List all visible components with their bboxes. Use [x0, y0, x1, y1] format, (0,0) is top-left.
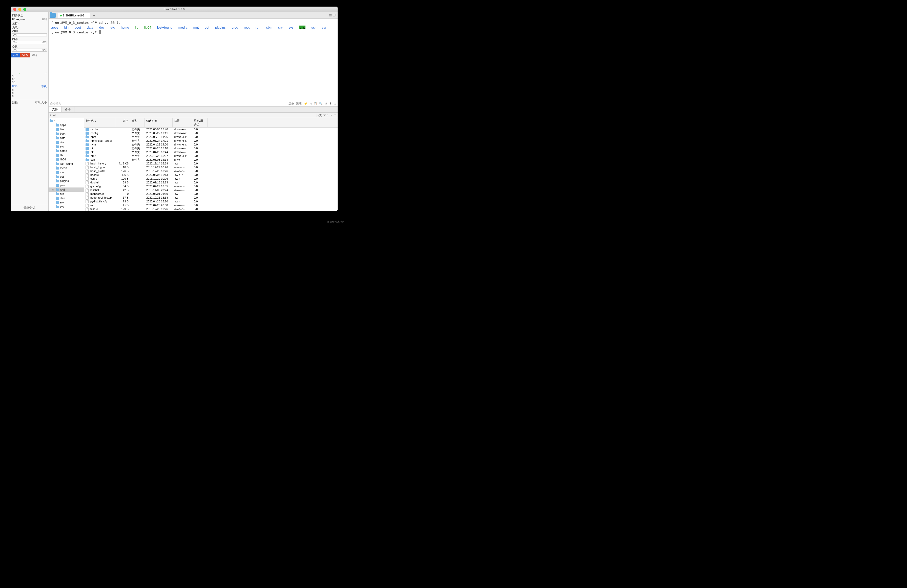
tree-item[interactable]: proc	[49, 183, 84, 187]
avail-header: 可用/大小	[35, 101, 47, 104]
folder-icon[interactable]	[50, 13, 56, 18]
tree-item[interactable]: boot	[49, 131, 84, 136]
file-row[interactable]: .nvm 文件夹 2020/04/29 14:00 drwxr-xr-x 0/0	[84, 143, 338, 146]
search-icon[interactable]: 🔍	[319, 102, 323, 105]
file-list[interactable]: 文件名 大小 类型 修改时间 权限 用户/用户组 .cache 文件夹 2020…	[84, 118, 338, 211]
file-row[interactable]: .npm 文件夹 2020/09/15 11:06 drwxr-xr-x 0/0	[84, 135, 338, 139]
file-row[interactable]: .bash_profile 176 B 2013/12/29 10:26 -rw…	[84, 169, 338, 173]
file-icon	[85, 181, 88, 184]
maximize-pane-icon[interactable]: ▢	[333, 102, 336, 105]
folder-icon	[56, 193, 59, 195]
tree-item[interactable]: lost+found	[49, 162, 84, 166]
current-path[interactable]: /root	[50, 114, 56, 117]
tree-item[interactable]: ⊞root	[49, 187, 84, 192]
file-icon	[85, 173, 88, 177]
command-tab[interactable]: 命令	[61, 107, 74, 112]
folder-icon	[85, 159, 89, 161]
file-row[interactable]: .gitconfig 54 B 2020/04/29 13:35 -rw-r--…	[84, 184, 338, 188]
col-size[interactable]: 大小	[116, 118, 130, 127]
tab-memory[interactable]: 内存	[11, 53, 20, 58]
tree-item[interactable]: sys	[49, 205, 84, 209]
tree-item[interactable]: run	[49, 192, 84, 196]
file-row[interactable]: .mongorc.js 0 2020/05/01 21:30 -rw------…	[84, 192, 338, 196]
gear-icon[interactable]: ⚙	[325, 102, 327, 105]
watermark: @掘金技术社区	[327, 220, 345, 224]
tree-item[interactable]: sbin	[49, 196, 84, 200]
session-tab[interactable]: 1 SHERlocked93 ×	[58, 13, 90, 18]
tab-command[interactable]: 命令	[30, 53, 40, 58]
up-icon[interactable]: ↑	[327, 113, 329, 117]
maximize-icon[interactable]	[23, 8, 26, 11]
window-title: FinalShell 3.7.6	[164, 8, 185, 11]
file-row[interactable]: .config 文件夹 2020/09/22 19:11 drwxr-xr-x …	[84, 131, 338, 135]
file-row[interactable]: .cache 文件夹 2020/05/03 15:40 drwxr-xr-x 0…	[84, 128, 338, 131]
tree-item[interactable]: bin	[49, 127, 84, 131]
col-name[interactable]: 文件名	[84, 118, 116, 127]
copy-button[interactable]: 复制	[42, 17, 47, 21]
file-row[interactable]: .bashrc 406 B 2020/05/03 16:13 -rw-r--r-…	[84, 173, 338, 177]
options-button[interactable]: 选项	[296, 102, 302, 106]
file-row[interactable]: .dbshell 39 B 2020/09/15 13:13 -rw------…	[84, 181, 338, 184]
command-input[interactable]: 命令输入	[50, 102, 61, 106]
tree-item[interactable]: apps	[49, 123, 84, 127]
path-history-button[interactable]: 历史	[316, 113, 322, 117]
tree-item[interactable]: data	[49, 136, 84, 140]
directory-tree[interactable]: /appsbinbootdatadevetchomeliblib64lost+f…	[49, 118, 84, 211]
tree-item[interactable]: plugins	[49, 179, 84, 183]
tree-item[interactable]: dev	[49, 140, 84, 144]
file-row[interactable]: .rnd 1 KB 2020/04/28 20:50 -rw------- 0/…	[84, 203, 338, 207]
tree-item[interactable]: lib64	[49, 157, 84, 162]
file-row[interactable]: .tcshrc 129 B 2013/12/29 10:26 -rw-r--r-…	[84, 207, 338, 211]
download-file-icon[interactable]: ⤓	[330, 113, 332, 117]
tree-item[interactable]: mnt	[49, 170, 84, 175]
upload-file-icon[interactable]: ⤒	[334, 113, 336, 117]
col-user[interactable]: 用户/用户组	[192, 118, 208, 127]
login-link[interactable]: 登录/升级	[11, 204, 48, 211]
download-icon[interactable]: ⬇	[329, 102, 332, 105]
file-list-header: 文件名 大小 类型 修改时间 权限 用户/用户组	[84, 118, 338, 128]
bolt-icon[interactable]: ⚡	[304, 102, 308, 106]
file-icon	[85, 207, 88, 211]
close-tab-icon[interactable]: ×	[86, 14, 88, 17]
copy-icon[interactable]: ⎘	[310, 102, 311, 105]
file-row[interactable]: .node_repl_history 17 B 2020/10/26 15:38…	[84, 196, 338, 200]
file-row[interactable]: .pydistutils.cfg 73 B 2020/04/28 15:10 -…	[84, 200, 338, 203]
folder-icon	[85, 132, 89, 135]
command-input-bar: 命令输入 历史 选项 ⚡ ⎘ 📋 🔍 ⚙ ⬇ ▢	[49, 101, 338, 106]
file-tab[interactable]: 文件	[49, 107, 61, 112]
tree-item[interactable]: srv	[49, 200, 84, 205]
file-row[interactable]: .pip 文件夹 2020/04/28 15:10 drwxr-xr-x 0/0	[84, 146, 338, 150]
close-icon[interactable]	[13, 8, 16, 11]
col-type[interactable]: 类型	[130, 118, 145, 127]
tree-item[interactable]: /	[49, 119, 84, 123]
tab-cpu[interactable]: CPU	[20, 53, 30, 58]
minimize-icon[interactable]	[18, 8, 21, 11]
folder-icon	[85, 128, 89, 131]
mem-label: 内存	[12, 37, 18, 41]
file-row[interactable]: .lesshst 42 B 2019/11/05 23:24 -rw------…	[84, 188, 338, 192]
col-perm[interactable]: 权限	[173, 118, 192, 127]
add-tab-button[interactable]: +	[91, 13, 97, 18]
tree-item[interactable]: etc	[49, 144, 84, 149]
terminal[interactable]: [root@VM_0_3_centos ~]# cd .. && ls apps…	[49, 19, 338, 101]
file-row[interactable]: .pki 文件夹 2020/04/29 13:44 drwxr----- 0/0	[84, 150, 338, 154]
file-row[interactable]: .npminstall_tarball 文件夹 2020/06/24 17:21…	[84, 139, 338, 143]
file-row[interactable]: .bash_logout 18 B 2013/12/29 10:26 -rw-r…	[84, 165, 338, 169]
file-row[interactable]: .bash_history 41.5 KB 2020/11/14 16:39 -…	[84, 162, 338, 165]
file-row[interactable]: .ssh 文件夹 2020/08/03 14:14 drwx------ 0/0	[84, 158, 338, 162]
tree-item[interactable]: home	[49, 149, 84, 153]
tree-item[interactable]: media	[49, 166, 84, 170]
tree-item[interactable]: opt	[49, 175, 84, 179]
folder-icon	[56, 167, 59, 170]
history-button[interactable]: 历史	[288, 102, 294, 106]
grid-view-icon[interactable]: ▦	[329, 13, 332, 17]
path-header: 路径	[12, 101, 18, 104]
paste-icon[interactable]: 📋	[314, 102, 317, 105]
file-row[interactable]: .cshrc 100 B 2013/12/29 10:26 -rw-r--r--…	[84, 177, 338, 181]
refresh-icon[interactable]: ⟳	[324, 113, 326, 117]
caret-down-icon[interactable]: ▾	[46, 72, 47, 74]
col-date[interactable]: 修改时间	[145, 118, 173, 127]
file-row[interactable]: .pm2 文件夹 2020/10/26 15:37 drwxr-xr-x 0/0	[84, 154, 338, 158]
split-view-icon[interactable]: ◫	[333, 13, 336, 17]
tree-item[interactable]: lib	[49, 153, 84, 157]
